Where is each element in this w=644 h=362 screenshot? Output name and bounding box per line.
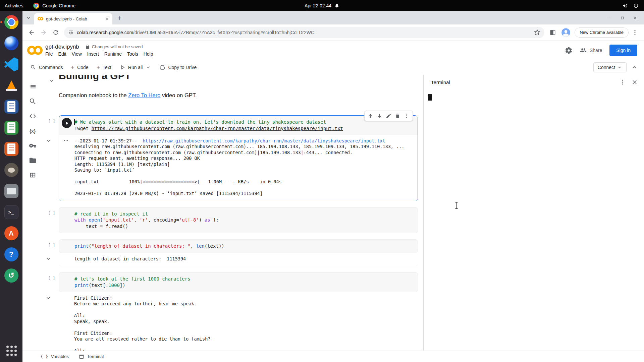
cell-exec-count[interactable]: [ ] — [48, 211, 55, 216]
code-cell-1[interactable]: # We always start with a dataset to trai… — [59, 115, 418, 201]
calc-dock-icon[interactable] — [3, 119, 20, 136]
commands-button[interactable]: Commands — [26, 62, 67, 72]
terminal-screen[interactable] — [424, 89, 644, 351]
move-cell-up-icon[interactable] — [366, 111, 375, 120]
menu-insert[interactable]: Insert — [85, 51, 102, 57]
more-actions-icon[interactable] — [402, 111, 411, 120]
system-tray[interactable] — [623, 3, 644, 8]
connect-button[interactable]: Connect — [593, 62, 627, 72]
copy-to-drive-button[interactable]: Copy to Drive — [156, 62, 200, 72]
collapse-header-icon[interactable] — [631, 64, 638, 71]
writer-dock-icon[interactable] — [3, 98, 20, 115]
cell-exec-count[interactable]: [ ] — [48, 243, 55, 248]
new-tab-button[interactable]: + — [115, 13, 124, 23]
help-dock-icon[interactable] — [3, 246, 20, 263]
files-dock-icon[interactable] — [3, 183, 20, 199]
menu-bar: FileEditViewInsertRuntimeToolsHelp — [43, 51, 156, 57]
tab-close-icon[interactable] — [104, 16, 110, 22]
lock-icon — [85, 45, 90, 49]
menu-file[interactable]: File — [43, 51, 56, 57]
braces-icon: { } — [41, 354, 48, 359]
forward-button[interactable] — [38, 27, 49, 38]
gimp-dock-icon[interactable] — [3, 162, 20, 178]
variable-inspector-icon[interactable]: {x} — [30, 127, 36, 135]
browser-menu-icon[interactable] — [629, 27, 641, 38]
toc-icon[interactable] — [29, 83, 37, 90]
output-actions-icon[interactable] — [62, 137, 70, 144]
share-button[interactable]: Share — [580, 47, 602, 54]
add-code-button[interactable]: +Code — [67, 62, 92, 72]
add-text-button[interactable]: +Text — [93, 62, 115, 72]
cell-code-editor[interactable]: print("length of dataset in characters: … — [59, 240, 418, 253]
impress-dock-icon[interactable] — [3, 140, 20, 157]
bookmark-star-icon[interactable] — [534, 29, 540, 36]
clock-menu[interactable]: Apr 22 02:44 — [305, 3, 339, 8]
software-dock-icon[interactable] — [3, 225, 20, 242]
terminal-menu-icon[interactable] — [619, 79, 626, 85]
zero-to-hero-link[interactable]: Zero To Hero — [128, 92, 160, 98]
collapse-output-icon[interactable] — [45, 255, 52, 262]
cell-code-editor[interactable]: # We always start with a dataset to trai… — [59, 116, 418, 135]
terminal-panel-header: Terminal — [424, 75, 644, 89]
cell-code-editor[interactable]: # let's look at the first 1000 character… — [59, 273, 418, 292]
code-cell-2[interactable]: # read it in to inspect itwith open('inp… — [59, 207, 418, 233]
vlc-dock-icon[interactable] — [3, 77, 20, 94]
variables-button[interactable]: { } Variables — [37, 353, 72, 360]
colab-logo-icon[interactable] — [27, 45, 43, 55]
edit-cell-icon[interactable] — [384, 111, 393, 120]
collapse-output-icon[interactable] — [45, 137, 52, 144]
recycle-dock-icon[interactable] — [3, 267, 20, 284]
move-cell-down-icon[interactable] — [375, 111, 384, 120]
address-bar[interactable]: colab.research.google.com/drive/1JMLa53H… — [64, 27, 544, 38]
colab-toolbar: Commands +Code +Text Run all Copy to Dri… — [22, 60, 644, 75]
terminal-close-icon[interactable] — [631, 79, 638, 85]
secrets-key-icon[interactable] — [29, 142, 37, 149]
run-all-button[interactable]: Run all — [116, 62, 155, 72]
profile-avatar[interactable] — [561, 28, 571, 37]
show-applications-button[interactable] — [4, 343, 19, 358]
cell-code-editor[interactable]: # read it in to inspect itwith open('inp… — [59, 207, 418, 233]
drive-icon — [159, 64, 165, 70]
code-cell-4[interactable]: # let's look at the first 1000 character… — [59, 272, 418, 351]
menu-edit[interactable]: Edit — [56, 51, 69, 57]
browser-toolbar: colab.research.google.com/drive/1JMLa53H… — [22, 24, 644, 41]
text-caret — [74, 119, 75, 125]
activities-button[interactable]: Activities — [5, 3, 23, 8]
chrome-dock-icon[interactable] — [3, 14, 20, 31]
find-replace-icon[interactable] — [29, 98, 37, 105]
site-settings-icon[interactable] — [68, 29, 74, 35]
menu-help[interactable]: Help — [141, 51, 156, 57]
data-table-icon[interactable] — [29, 171, 37, 179]
side-panel-icon[interactable] — [547, 27, 558, 38]
browser-tab[interactable]: gpt-dev.ipynb - Colab — [34, 13, 112, 24]
sign-in-button[interactable]: Sign in — [609, 45, 637, 56]
menu-view[interactable]: View — [69, 51, 85, 57]
collapse-output-icon[interactable] — [45, 295, 52, 301]
tab-search-icon[interactable] — [25, 14, 32, 21]
firefox-dock-icon[interactable] — [3, 35, 20, 52]
settings-gear-icon[interactable] — [565, 47, 573, 54]
code-cell-3[interactable]: print("length of dataset in characters: … — [59, 239, 418, 266]
back-button[interactable] — [26, 27, 37, 38]
vscode-dock-icon[interactable] — [3, 56, 20, 73]
code-snippets-icon[interactable] — [29, 112, 37, 120]
terminal-button[interactable]: Terminal — [75, 353, 107, 361]
menu-tools[interactable]: Tools — [124, 51, 141, 57]
cell-exec-count[interactable]: [ ] — [48, 119, 55, 124]
maximize-button[interactable] — [619, 15, 625, 21]
colab-app: gpt-dev.ipynb Changes will not be saved … — [22, 41, 644, 362]
focused-app-menu[interactable]: Google Chrome — [33, 3, 75, 9]
cell-exec-count[interactable]: [ ] — [48, 276, 55, 281]
collapse-section-icon[interactable] — [48, 77, 55, 84]
chrome-update-button[interactable]: New Chrome available — [575, 27, 629, 38]
minimize-button[interactable] — [606, 15, 612, 21]
delete-cell-icon[interactable] — [393, 111, 402, 120]
menu-runtime[interactable]: Runtime — [102, 51, 124, 57]
notebook-scroll-area[interactable]: Building a GPT Companion notebook to the… — [43, 75, 423, 351]
terminal-dock-icon[interactable] — [3, 204, 20, 221]
files-folder-icon[interactable] — [29, 157, 37, 164]
reload-button[interactable] — [50, 27, 61, 38]
notebook-title[interactable]: gpt-dev.ipynb — [45, 44, 79, 50]
close-button[interactable] — [632, 15, 638, 21]
run-cell-button[interactable] — [62, 118, 72, 128]
